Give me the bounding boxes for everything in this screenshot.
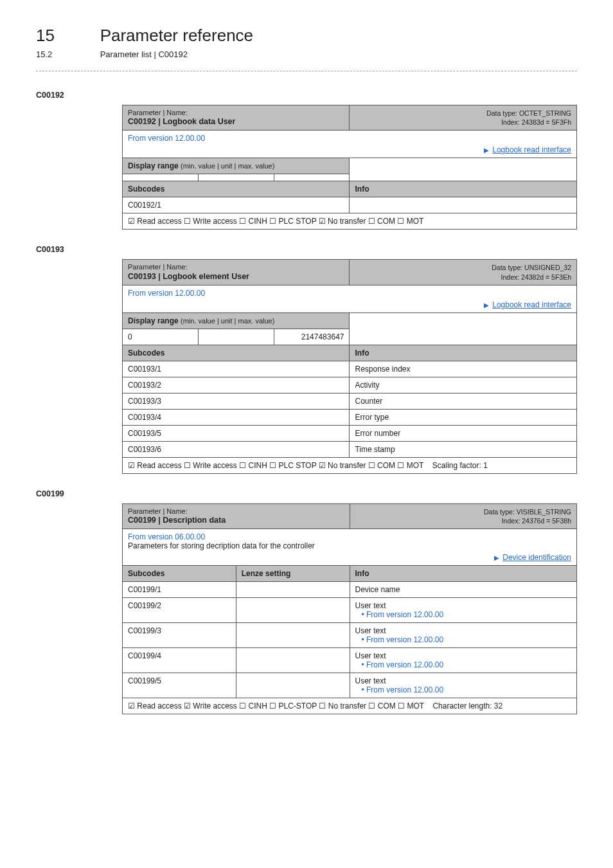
lenze-setting-header: Lenze setting	[236, 566, 350, 582]
info-text: User text	[355, 626, 572, 635]
display-range-sub: (min. value | unit | max. value)	[181, 317, 274, 325]
version-text: From version 12.00.00	[128, 134, 571, 143]
table-row: User text • From version 12.00.00	[350, 623, 577, 648]
scaling-factor: Scaling factor: 1	[432, 461, 488, 470]
info-text: User text	[355, 651, 572, 660]
pn-label: Parameter | Name:	[128, 109, 344, 117]
device-ident-link[interactable]: Device identification	[502, 553, 571, 562]
version-cell: From version 12.00.00 ▶ Logbook read int…	[123, 285, 577, 312]
access-row: ☑ Read access ☑ Write access ☐ CINH ☐ PL…	[123, 698, 577, 714]
display-range-sub: (min. value | unit | max. value)	[181, 162, 274, 170]
table-row	[236, 648, 350, 673]
range-max-cell	[274, 174, 350, 181]
table-row: User text • From version 12.00.00	[350, 673, 577, 698]
range-min-cell: 0	[123, 329, 199, 345]
data-type: Data type: UNSIGNED_32	[355, 263, 571, 272]
table-row	[236, 673, 350, 698]
logbook-interface-link[interactable]: Logbook read interface	[492, 145, 571, 154]
divider	[36, 71, 577, 71]
index: Index: 24376d = 5F38h	[355, 516, 572, 525]
table-row: Error type	[350, 409, 577, 425]
table-c00192: Parameter | Name: C00192 | Logbook data …	[122, 105, 577, 230]
access-flags: ☑ Read access ☐ Write access ☐ CINH ☐ PL…	[128, 461, 423, 470]
version-link: • From version 12.00.00	[355, 685, 572, 694]
version-link: • From version 12.00.00	[355, 660, 572, 669]
page-header: 15 Parameter reference	[36, 26, 577, 46]
info-text: User text	[355, 601, 572, 610]
section-number: 15.2	[36, 50, 98, 59]
range-unit-cell	[198, 329, 274, 345]
param-label-c00192: C00192	[36, 91, 577, 100]
table-row	[236, 623, 350, 648]
access-flags: ☑ Read access ☑ Write access ☐ CINH ☐ PL…	[128, 701, 424, 710]
subcodes-header: Subcodes	[123, 181, 350, 197]
triangle-icon: ▶	[494, 554, 499, 561]
display-range-header: Display range (min. value | unit | max. …	[123, 158, 350, 174]
subcodes-header: Subcodes	[123, 566, 236, 582]
index: Index: 24382d = 5F3Eh	[355, 273, 571, 282]
pn-name: C00199 | Description data	[128, 516, 344, 525]
version-text: From version 12.00.00	[128, 289, 571, 298]
chapter-title: Parameter reference	[100, 26, 253, 45]
display-range-label: Display range	[128, 161, 179, 170]
table-row: C00193/5	[123, 425, 350, 441]
param-name-cell: Parameter | Name: C00192 | Logbook data …	[123, 105, 350, 131]
table-row	[236, 598, 350, 623]
display-range-empty	[350, 158, 577, 181]
param-meta-cell: Data type: VISIBLE_STRING Index: 24376d …	[350, 503, 577, 529]
table-row: C00199/4	[123, 648, 236, 673]
table-row: Time stamp	[350, 441, 577, 457]
version-link: • From version 12.00.00	[355, 635, 572, 644]
param-desc: Parameters for storing decription data f…	[128, 541, 571, 550]
table-row: User text • From version 12.00.00	[350, 648, 577, 673]
version-cell: From version 12.00.00 ▶ Logbook read int…	[123, 131, 577, 158]
table-row	[236, 582, 350, 598]
table-row: Activity	[350, 377, 577, 393]
access-row: ☑ Read access ☐ Write access ☐ CINH ☐ PL…	[123, 457, 577, 473]
version-link: • From version 12.00.00	[355, 610, 572, 619]
info-header: Info	[350, 181, 577, 197]
param-name-cell: Parameter | Name: C00199 | Description d…	[123, 503, 350, 529]
pn-name: C00192 | Logbook data User	[128, 117, 344, 126]
info-text: User text	[355, 676, 572, 685]
chapter-number: 15	[36, 26, 98, 46]
info-header: Info	[350, 566, 577, 582]
pn-label: Parameter | Name:	[128, 263, 344, 271]
display-range-label: Display range	[128, 316, 179, 325]
display-range-empty	[350, 312, 577, 345]
table-row: C00199/1	[123, 582, 236, 598]
pn-name: C00193 | Logbook element User	[128, 272, 344, 281]
table-row	[350, 197, 577, 213]
subcodes-header: Subcodes	[123, 345, 350, 361]
info-text: Device name	[355, 585, 400, 594]
version-cell: From version 06.00.00 Parameters for sto…	[123, 529, 577, 566]
index: Index: 24383d = 5F3Fh	[355, 118, 571, 127]
table-row: C00193/2	[123, 377, 350, 393]
table-row: C00193/4	[123, 409, 350, 425]
table-row: C00199/3	[123, 623, 236, 648]
table-row: User text • From version 12.00.00	[350, 598, 577, 623]
table-row: C00199/2	[123, 598, 236, 623]
table-row: Device name	[350, 582, 577, 598]
section-title: Parameter list | C00192	[100, 50, 188, 59]
param-label-c00193: C00193	[36, 245, 577, 254]
table-row: C00192/1	[123, 197, 350, 213]
table-row: Counter	[350, 393, 577, 409]
triangle-icon: ▶	[484, 147, 489, 154]
table-row: Response index	[350, 361, 577, 377]
version-text: From version 06.00.00	[128, 532, 571, 541]
param-meta-cell: Data type: UNSIGNED_32 Index: 24382d = 5…	[350, 260, 577, 285]
display-range-header: Display range (min. value | unit | max. …	[123, 312, 350, 329]
data-type: Data type: VISIBLE_STRING	[355, 507, 572, 516]
table-c00199: Parameter | Name: C00199 | Description d…	[122, 503, 577, 714]
section-header: 15.2 Parameter list | C00192	[36, 50, 577, 59]
table-row: Error number	[350, 425, 577, 441]
pn-label: Parameter | Name:	[128, 507, 344, 516]
triangle-icon: ▶	[484, 302, 489, 309]
param-meta-cell: Data type: OCTET_STRING Index: 24383d = …	[350, 105, 577, 131]
logbook-interface-link[interactable]: Logbook read interface	[492, 300, 571, 309]
table-row: C00193/3	[123, 393, 350, 409]
param-name-cell: Parameter | Name: C00193 | Logbook eleme…	[123, 260, 350, 285]
range-min-cell	[123, 174, 199, 181]
char-length: Character length: 32	[432, 701, 502, 710]
